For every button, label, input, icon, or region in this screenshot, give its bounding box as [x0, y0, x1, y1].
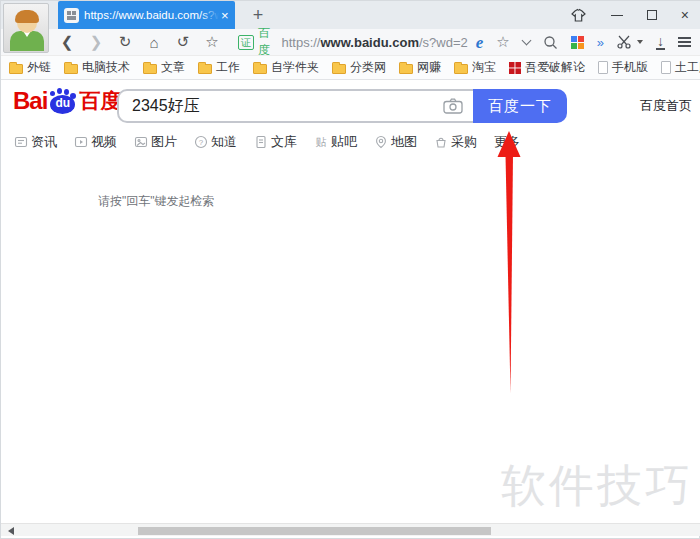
bookmark-item[interactable]: 文章: [143, 59, 185, 76]
back-icon[interactable]: ❮︎: [57, 32, 77, 52]
image-icon: [134, 135, 148, 149]
bookmark-star-icon[interactable]: ☆: [496, 33, 509, 51]
chevron-down-icon[interactable]: [521, 36, 531, 46]
tab-close-icon[interactable]: ×: [221, 9, 229, 22]
horizontal-scrollbar[interactable]: [1, 523, 700, 536]
bookmark-item[interactable]: 分类网: [332, 59, 386, 76]
browser-window: https://www.baidu.com/s?wd × + × ❮︎ ❯︎ ↻…: [0, 0, 700, 539]
nav-wenku[interactable]: 文库: [254, 133, 297, 151]
tieba-icon: 贴: [314, 135, 328, 149]
document-icon: [254, 135, 268, 149]
nav-video[interactable]: 视频: [74, 133, 117, 151]
nav-news[interactable]: 资讯: [14, 133, 57, 151]
minimize-button[interactable]: [611, 15, 623, 16]
search-input[interactable]: [119, 97, 443, 115]
bookmark-item[interactable]: 网赚: [399, 59, 441, 76]
folder-icon: [253, 64, 267, 74]
folder-icon: [9, 64, 23, 74]
52pojie-site-icon: [509, 62, 521, 74]
tab-title: https://www.baidu.com/s?wd: [84, 9, 219, 21]
home-icon[interactable]: ⌂: [144, 32, 164, 52]
nav-more[interactable]: 更多: [494, 133, 520, 151]
address-toolbar: ❮︎ ❯︎ ↻ ⌂ ↺ ☆ 证 百度 https://www.baidu.com…: [1, 29, 700, 56]
refresh-icon[interactable]: ↻: [115, 32, 135, 52]
nav-map[interactable]: 地图: [374, 133, 417, 151]
bookmark-item[interactable]: 土工膜厂家: [661, 59, 700, 76]
map-pin-icon: [374, 135, 388, 149]
folder-icon: [399, 64, 413, 74]
new-tab-button[interactable]: +: [247, 3, 269, 27]
baidu-search-button[interactable]: 百度一下: [473, 89, 567, 123]
ie-mode-icon[interactable]: e: [476, 34, 484, 51]
page-icon: [661, 61, 671, 74]
page-content: Bai du 百度 百度一下 百度首页 资讯 视频: [1, 80, 700, 523]
scroll-left-arrow-icon[interactable]: [8, 527, 14, 535]
bookmarks-bar: 外链 电脑技术 文章 工作 自学件夹 分类网 网赚 淘宝 吾爱破解论 手机版 土…: [1, 56, 700, 80]
close-button[interactable]: ×: [681, 8, 689, 22]
site-name-label: 百度: [258, 25, 273, 59]
toolbar-overflow-icon[interactable]: »: [597, 35, 604, 50]
baidu-home-link[interactable]: 百度首页: [640, 97, 692, 115]
video-icon: [74, 135, 88, 149]
baidu-favicon-icon: [64, 8, 79, 23]
address-field[interactable]: 证 百度 https://www.baidu.com/s?wd=2: [238, 25, 468, 59]
folder-icon: [198, 64, 212, 74]
forward-icon[interactable]: ❯︎: [86, 32, 106, 52]
bookmark-item[interactable]: 手机版: [598, 59, 648, 76]
screenshot-scissors-icon[interactable]: [617, 35, 632, 49]
menu-icon[interactable]: [678, 37, 691, 47]
scrollbar-thumb[interactable]: [138, 527, 491, 535]
apps-grid-icon[interactable]: [571, 36, 584, 49]
svg-text:贴: 贴: [316, 136, 327, 148]
folder-icon: [454, 64, 468, 74]
folder-icon: [64, 64, 78, 74]
url-text[interactable]: https://www.baidu.com/s?wd=2: [281, 35, 467, 50]
camera-search-icon[interactable]: [443, 98, 463, 114]
search-icon[interactable]: [543, 35, 558, 50]
window-controls: ×: [570, 1, 689, 29]
nav-tieba[interactable]: 贴 贴吧: [314, 133, 357, 151]
user-avatar[interactable]: [3, 3, 49, 53]
nav-images[interactable]: 图片: [134, 133, 177, 151]
question-icon: ?: [194, 135, 208, 149]
watermark-text: 软件技巧: [501, 456, 693, 516]
page-icon: [598, 61, 608, 74]
bookmark-item[interactable]: 电脑技术: [64, 59, 130, 76]
svg-text:?: ?: [199, 138, 204, 147]
toolbar-right-icons: e ☆ » ↓: [476, 33, 691, 51]
site-verified-badge: 证: [238, 35, 254, 50]
active-tab[interactable]: https://www.baidu.com/s?wd ×: [58, 1, 235, 29]
favorite-star-icon[interactable]: ☆: [202, 32, 222, 52]
nav-zhidao[interactable]: ? 知道: [194, 133, 237, 151]
bookmark-item[interactable]: 工作: [198, 59, 240, 76]
nav-caigou[interactable]: 采购: [434, 133, 477, 151]
baidu-paw-icon: du: [49, 88, 76, 115]
maximize-button[interactable]: [647, 10, 657, 20]
category-nav: 资讯 视频 图片 ? 知道 文库 贴 贴吧 地图 采购: [14, 133, 520, 151]
news-icon: [14, 135, 28, 149]
enter-key-hint: 请按"回车"键发起检索: [98, 193, 215, 210]
folder-icon: [332, 64, 346, 74]
nav-buttons: ❮︎ ❯︎ ↻ ⌂ ↺ ☆: [57, 32, 222, 52]
search-box: [117, 89, 473, 123]
undo-icon[interactable]: ↺: [173, 32, 193, 52]
bookmark-item[interactable]: 外链: [9, 59, 51, 76]
baidu-logo[interactable]: Bai du 百度: [13, 87, 121, 115]
bookmark-item[interactable]: 自学件夹: [253, 59, 319, 76]
folder-icon: [143, 64, 157, 74]
scissors-dropdown-caret-icon[interactable]: [637, 40, 643, 44]
theme-skin-icon[interactable]: [570, 8, 587, 23]
bookmark-item[interactable]: 淘宝: [454, 59, 496, 76]
download-icon[interactable]: ↓: [656, 35, 665, 50]
bookmark-item[interactable]: 吾爱破解论: [509, 59, 585, 76]
basket-icon: [434, 135, 448, 149]
